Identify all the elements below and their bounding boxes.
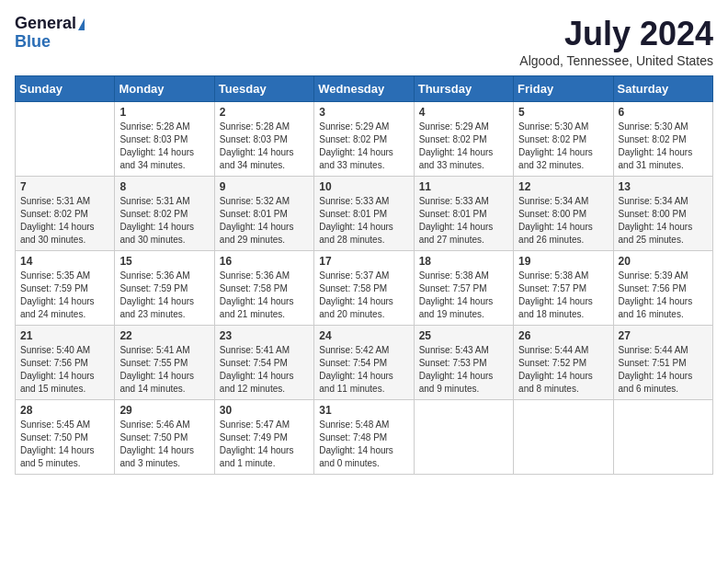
calendar-cell: 8Sunrise: 5:31 AMSunset: 8:02 PMDaylight… [115,177,214,251]
day-number: 4 [419,106,508,119]
calendar-cell [613,400,712,475]
calendar-cell: 6Sunrise: 5:30 AMSunset: 8:02 PMDaylight… [613,102,712,177]
col-header-tuesday: Tuesday [214,76,313,102]
day-number: 6 [619,106,708,119]
cell-info: Sunrise: 5:31 AMSunset: 8:02 PMDaylight:… [119,195,209,247]
calendar-cell: 13Sunrise: 5:34 AMSunset: 8:00 PMDayligh… [613,177,712,251]
cell-info: Sunrise: 5:45 AMSunset: 7:50 PMDaylight:… [20,419,109,470]
col-header-sunday: Sunday [16,76,115,102]
cell-info: Sunrise: 5:41 AMSunset: 7:54 PMDaylight:… [220,344,309,396]
calendar-cell: 19Sunrise: 5:38 AMSunset: 7:57 PMDayligh… [514,251,613,326]
calendar-cell: 1Sunrise: 5:28 AMSunset: 8:03 PMDaylight… [115,102,214,177]
col-header-saturday: Saturday [613,76,712,102]
day-number: 18 [419,255,508,268]
day-number: 29 [119,404,209,417]
calendar: SundayMondayTuesdayWednesdayThursdayFrid… [15,75,713,475]
cell-info: Sunrise: 5:34 AMSunset: 8:00 PMDaylight:… [619,195,708,247]
day-number: 28 [20,404,109,417]
calendar-cell: 20Sunrise: 5:39 AMSunset: 7:56 PMDayligh… [613,251,712,326]
calendar-cell: 27Sunrise: 5:44 AMSunset: 7:51 PMDayligh… [613,326,712,400]
day-number: 16 [220,255,309,268]
col-header-friday: Friday [514,76,613,102]
cell-info: Sunrise: 5:44 AMSunset: 7:51 PMDaylight:… [619,344,708,396]
calendar-cell: 30Sunrise: 5:47 AMSunset: 7:49 PMDayligh… [214,400,313,475]
calendar-cell: 5Sunrise: 5:30 AMSunset: 8:02 PMDaylight… [514,102,613,177]
day-number: 30 [220,404,309,417]
cell-info: Sunrise: 5:36 AMSunset: 7:58 PMDaylight:… [220,270,309,321]
cell-info: Sunrise: 5:44 AMSunset: 7:52 PMDaylight:… [518,344,608,396]
day-number: 19 [518,255,608,268]
logo-blue: Blue [15,33,85,52]
day-number: 31 [319,404,408,417]
cell-info: Sunrise: 5:40 AMSunset: 7:56 PMDaylight:… [20,344,109,396]
col-header-wednesday: Wednesday [314,76,414,102]
calendar-cell: 18Sunrise: 5:38 AMSunset: 7:57 PMDayligh… [414,251,513,326]
day-number: 23 [220,329,309,342]
calendar-cell: 21Sunrise: 5:40 AMSunset: 7:56 PMDayligh… [16,326,115,400]
calendar-cell: 4Sunrise: 5:29 AMSunset: 8:02 PMDaylight… [414,102,513,177]
cell-info: Sunrise: 5:28 AMSunset: 8:03 PMDaylight:… [119,121,209,172]
day-number: 26 [518,329,608,342]
day-number: 27 [619,329,708,342]
cell-info: Sunrise: 5:41 AMSunset: 7:55 PMDaylight:… [119,344,209,396]
day-number: 25 [419,329,508,342]
cell-info: Sunrise: 5:43 AMSunset: 7:53 PMDaylight:… [419,344,508,396]
cell-info: Sunrise: 5:30 AMSunset: 8:02 PMDaylight:… [619,121,708,172]
cell-info: Sunrise: 5:33 AMSunset: 8:01 PMDaylight:… [419,195,508,247]
cell-info: Sunrise: 5:39 AMSunset: 7:56 PMDaylight:… [619,270,708,321]
day-number: 17 [319,255,408,268]
day-number: 8 [119,180,209,193]
calendar-cell: 23Sunrise: 5:41 AMSunset: 7:54 PMDayligh… [214,326,313,400]
calendar-week-1: 1Sunrise: 5:28 AMSunset: 8:03 PMDaylight… [16,102,713,177]
calendar-week-2: 7Sunrise: 5:31 AMSunset: 8:02 PMDaylight… [16,177,713,251]
cell-info: Sunrise: 5:32 AMSunset: 8:01 PMDaylight:… [220,195,309,247]
cell-info: Sunrise: 5:31 AMSunset: 8:02 PMDaylight:… [20,195,109,247]
calendar-cell: 29Sunrise: 5:46 AMSunset: 7:50 PMDayligh… [115,400,214,475]
day-number: 20 [619,255,708,268]
calendar-cell [514,400,613,475]
calendar-cell: 28Sunrise: 5:45 AMSunset: 7:50 PMDayligh… [16,400,115,475]
day-number: 22 [119,329,209,342]
day-number: 24 [319,329,408,342]
calendar-cell: 7Sunrise: 5:31 AMSunset: 8:02 PMDaylight… [16,177,115,251]
calendar-cell: 26Sunrise: 5:44 AMSunset: 7:52 PMDayligh… [514,326,613,400]
cell-info: Sunrise: 5:42 AMSunset: 7:54 PMDaylight:… [319,344,408,396]
day-number: 21 [20,329,109,342]
calendar-cell: 16Sunrise: 5:36 AMSunset: 7:58 PMDayligh… [214,251,313,326]
cell-info: Sunrise: 5:28 AMSunset: 8:03 PMDaylight:… [220,121,309,172]
day-number: 2 [220,106,309,119]
cell-info: Sunrise: 5:30 AMSunset: 8:02 PMDaylight:… [518,121,608,172]
cell-info: Sunrise: 5:38 AMSunset: 7:57 PMDaylight:… [518,270,608,321]
day-number: 7 [20,180,109,193]
day-number: 15 [119,255,209,268]
cell-info: Sunrise: 5:38 AMSunset: 7:57 PMDaylight:… [419,270,508,321]
month-year: July 2024 [519,15,713,53]
cell-info: Sunrise: 5:34 AMSunset: 8:00 PMDaylight:… [518,195,608,247]
calendar-cell: 17Sunrise: 5:37 AMSunset: 7:58 PMDayligh… [314,251,414,326]
cell-info: Sunrise: 5:48 AMSunset: 7:48 PMDaylight:… [319,419,408,470]
day-number: 1 [119,106,209,119]
calendar-cell: 9Sunrise: 5:32 AMSunset: 8:01 PMDaylight… [214,177,313,251]
day-number: 13 [619,180,708,193]
calendar-week-3: 14Sunrise: 5:35 AMSunset: 7:59 PMDayligh… [16,251,713,326]
cell-info: Sunrise: 5:46 AMSunset: 7:50 PMDaylight:… [119,419,209,470]
logo: General Blue [15,15,85,52]
calendar-cell: 2Sunrise: 5:28 AMSunset: 8:03 PMDaylight… [214,102,313,177]
cell-info: Sunrise: 5:37 AMSunset: 7:58 PMDaylight:… [319,270,408,321]
calendar-cell: 24Sunrise: 5:42 AMSunset: 7:54 PMDayligh… [314,326,414,400]
cell-info: Sunrise: 5:47 AMSunset: 7:49 PMDaylight:… [220,419,309,470]
calendar-cell [16,102,115,177]
day-number: 12 [518,180,608,193]
calendar-cell: 11Sunrise: 5:33 AMSunset: 8:01 PMDayligh… [414,177,513,251]
calendar-week-4: 21Sunrise: 5:40 AMSunset: 7:56 PMDayligh… [16,326,713,400]
title-section: July 2024 Algood, Tennessee, United Stat… [519,15,713,68]
day-number: 11 [419,180,508,193]
cell-info: Sunrise: 5:36 AMSunset: 7:59 PMDaylight:… [119,270,209,321]
day-number: 10 [319,180,408,193]
cell-info: Sunrise: 5:29 AMSunset: 8:02 PMDaylight:… [419,121,508,172]
calendar-cell: 31Sunrise: 5:48 AMSunset: 7:48 PMDayligh… [314,400,414,475]
calendar-cell: 3Sunrise: 5:29 AMSunset: 8:02 PMDaylight… [314,102,414,177]
day-number: 3 [319,106,408,119]
col-header-thursday: Thursday [414,76,513,102]
calendar-cell: 15Sunrise: 5:36 AMSunset: 7:59 PMDayligh… [115,251,214,326]
